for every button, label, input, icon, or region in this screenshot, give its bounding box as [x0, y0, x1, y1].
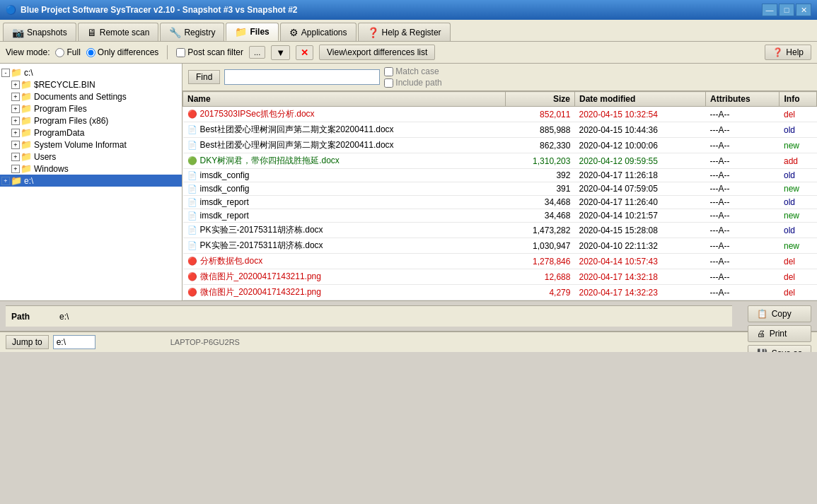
col-attrs[interactable]: Attributes — [706, 92, 780, 107]
help-button[interactable]: ❓ Help — [765, 45, 811, 60]
include-path-checkbox[interactable] — [384, 78, 393, 88]
table-row[interactable]: 🔴微信图片_20200417143221.png4,2792020-04-17 … — [183, 285, 817, 300]
table-row[interactable]: 📄imsdk_report34,4682020-04-14 10:21:57--… — [183, 209, 817, 223]
copy-icon: 📋 — [757, 309, 767, 319]
file-attrs: ---A-- — [706, 138, 780, 153]
file-table: Name Size Date modified Attributes Info … — [182, 91, 817, 300]
tab-applications[interactable]: ⚙ Applications — [280, 23, 357, 41]
view-differences-label[interactable]: Only differences — [86, 47, 159, 57]
dots-button[interactable]: ... — [249, 46, 265, 59]
tree-item-documents[interactable]: + 📁 Documents and Settings — [0, 90, 182, 102]
tab-files[interactable]: 📁 Files — [226, 23, 278, 41]
expand-icon-c[interactable]: - — [1, 69, 10, 77]
file-date: 2020-04-15 10:32:54 — [574, 107, 705, 122]
file-name: 🔴分析数据包.docx — [183, 254, 506, 269]
file-info: new — [780, 138, 817, 153]
tab-remote-scan[interactable]: 🖥 Remote scan — [78, 23, 159, 41]
clear-filter-button[interactable]: ✕ — [296, 45, 313, 60]
expand-icon-documents[interactable]: + — [11, 93, 20, 101]
file-info: new — [780, 182, 817, 196]
tree-item-e-drive[interactable]: + 📁 e:\ — [0, 175, 182, 187]
tree-item-programdata[interactable]: + 📁 ProgramData — [0, 127, 182, 139]
computer-label: LAPTOP-P6GU2RS — [170, 338, 240, 346]
post-scan-filter-checkbox[interactable] — [176, 48, 185, 57]
col-size[interactable]: Size — [505, 92, 574, 107]
applications-icon: ⚙ — [289, 27, 299, 38]
include-path-check[interactable]: Include path — [384, 78, 441, 88]
file-size: 1,473,282 — [505, 223, 574, 238]
tree-item-users[interactable]: + 📁 Users — [0, 151, 182, 163]
jump-to-button[interactable]: Jump to — [6, 335, 49, 349]
table-row[interactable]: 📄PK实验三-20175311胡济栋.docx1,030,9472020-04-… — [183, 238, 817, 254]
view-full-radio[interactable] — [55, 48, 64, 57]
expand-icon-windows[interactable]: + — [11, 165, 20, 173]
expand-icon-pd[interactable]: + — [11, 129, 20, 137]
tree-item-recycle[interactable]: + 📁 $RECYCLE.BIN — [0, 78, 182, 90]
table-row[interactable]: 🟢DKY树洞君，带你四招战胜拖延.docx1,310,2032020-04-12… — [183, 153, 817, 169]
table-row[interactable]: 🔴分析数据包.docx1,278,8462020-04-14 10:57:43-… — [183, 254, 817, 269]
tree-item-root-c[interactable]: - 📁 c:\ — [0, 66, 182, 78]
view-differences-radio[interactable] — [86, 48, 95, 57]
file-date: 2020-04-14 07:59:05 — [574, 182, 705, 196]
file-date: 2020-04-17 14:32:18 — [574, 269, 705, 285]
post-scan-filter-label[interactable]: Post scan filter — [176, 47, 243, 57]
file-type-icon: 🔴 — [187, 110, 197, 118]
save-icon: 💾 — [757, 348, 767, 352]
jump-input[interactable] — [53, 335, 95, 349]
table-row[interactable]: 🔴20175303IPSec抓包分析.docx852,0112020-04-15… — [183, 107, 817, 122]
file-type-icon: 📄 — [187, 211, 197, 220]
file-info: new — [780, 238, 817, 254]
table-row[interactable]: 📄imsdk_config3912020-04-14 07:59:05---A-… — [183, 182, 817, 196]
find-button[interactable]: Find — [188, 70, 220, 84]
folder-icon-c: 📁 — [11, 67, 22, 78]
match-case-check[interactable]: Match case — [384, 66, 441, 76]
file-attrs: ---A-- — [706, 285, 780, 300]
expand-icon-users[interactable]: + — [11, 153, 20, 161]
expand-icon-e[interactable]: + — [1, 177, 10, 185]
table-row[interactable]: 📄Best社团爱心理树洞回声第二期文案20200411.docx862,3302… — [183, 138, 817, 153]
expand-icon-pf[interactable]: + — [11, 105, 20, 113]
main-content-area: - 📁 c:\ + 📁 $RECYCLE.BIN + 📁 Documents a… — [0, 64, 817, 300]
copy-button[interactable]: 📋 Copy — [748, 305, 811, 322]
col-date[interactable]: Date modified — [574, 92, 705, 107]
file-size: 34,468 — [505, 196, 574, 209]
files-icon: 📁 — [235, 26, 247, 37]
table-row[interactable]: 📄Best社团爱心理树洞回声第二期文案20200411.docx885,9882… — [183, 122, 817, 138]
col-info[interactable]: Info — [780, 92, 817, 107]
find-input[interactable] — [224, 69, 380, 85]
table-row[interactable]: 📄PK实验三-20175311胡济栋.docx1,473,2822020-04-… — [183, 223, 817, 238]
tree-item-program-files-x86[interactable]: + 📁 Program Files (x86) — [0, 115, 182, 127]
filter-button[interactable]: ▼ — [271, 45, 290, 60]
view-full-label[interactable]: Full — [55, 47, 80, 57]
match-case-checkbox[interactable] — [384, 67, 393, 76]
tab-registry[interactable]: 🔧 Registry — [160, 23, 224, 41]
snapshots-icon: 📷 — [12, 27, 24, 38]
view-export-button[interactable]: View\export differences list — [319, 45, 435, 60]
file-attrs: ---A-- — [706, 182, 780, 196]
close-button[interactable]: ✕ — [796, 4, 811, 16]
print-button[interactable]: 🖨 Print — [748, 325, 811, 342]
tree-item-sysvolinfo[interactable]: + 📁 System Volume Informat — [0, 139, 182, 151]
folder-icon-users: 📁 — [21, 151, 32, 162]
tree-item-program-files[interactable]: + 📁 Program Files — [0, 102, 182, 115]
table-row[interactable]: 🔴微信图片_20200417143211.png12,6882020-04-17… — [183, 269, 817, 285]
table-row[interactable]: 📄imsdk_config3922020-04-17 11:26:18---A-… — [183, 169, 817, 182]
table-row[interactable]: 📄imsdk_report34,4682020-04-17 11:26:40--… — [183, 196, 817, 209]
title-bar-controls: — □ ✕ — [762, 4, 811, 16]
col-name[interactable]: Name — [183, 92, 506, 107]
minimize-button[interactable]: — — [762, 4, 777, 16]
tab-snapshots[interactable]: 📷 Snapshots — [3, 23, 76, 41]
tab-help[interactable]: ❓ Help & Register — [358, 23, 451, 41]
registry-icon: 🔧 — [169, 27, 181, 38]
find-bar: Find Match case Include path — [182, 64, 817, 91]
file-date: 2020-04-14 10:57:43 — [574, 254, 705, 269]
file-attrs: ---A-- — [706, 269, 780, 285]
expand-icon-svi[interactable]: + — [11, 141, 20, 149]
save-as-button[interactable]: 💾 Save as — [748, 345, 811, 352]
maximize-button[interactable]: □ — [779, 4, 794, 16]
expand-icon-recycle[interactable]: + — [11, 81, 20, 89]
tree-item-windows[interactable]: + 📁 Windows — [0, 163, 182, 175]
file-date: 2020-04-10 22:11:32 — [574, 238, 705, 254]
expand-icon-pfx86[interactable]: + — [11, 117, 20, 125]
folder-icon-windows: 📁 — [21, 163, 32, 174]
